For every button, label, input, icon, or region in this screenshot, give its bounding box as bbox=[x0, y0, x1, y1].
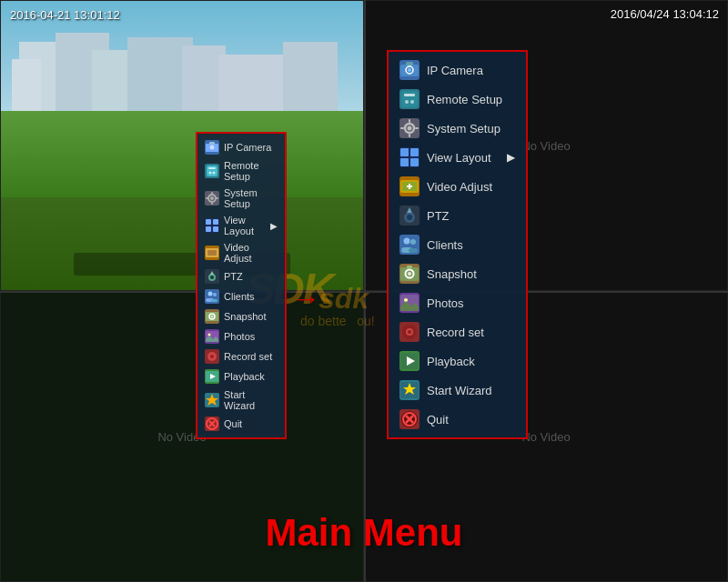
svg-rect-49 bbox=[409, 134, 410, 137]
record-set-icon bbox=[205, 349, 219, 364]
svg-rect-69 bbox=[407, 266, 412, 268]
small-menu-item-record-set[interactable]: Record set bbox=[197, 346, 285, 366]
snapshot-icon-large bbox=[399, 264, 420, 284]
large-menu-item-remote-setup[interactable]: Remote Setup bbox=[389, 85, 526, 114]
svg-point-68 bbox=[408, 272, 411, 276]
main-menu-label: Main Menu bbox=[266, 511, 463, 555]
svg-rect-14 bbox=[213, 219, 218, 225]
small-menu-item-photos[interactable]: Photos bbox=[197, 326, 285, 346]
small-menu-item-start-wizard[interactable]: Start Wizard bbox=[197, 386, 285, 414]
small-menu-item-snapshot[interactable]: Snapshot bbox=[197, 306, 285, 326]
small-menu-label: Photos bbox=[224, 331, 255, 342]
svg-rect-65 bbox=[409, 248, 418, 253]
remote-icon-large bbox=[399, 89, 420, 109]
camera-icon-large bbox=[399, 60, 420, 80]
svg-point-5 bbox=[209, 172, 212, 175]
system-icon-large bbox=[399, 118, 420, 138]
quit-icon-large bbox=[399, 409, 420, 429]
video-panel-top-left: 2016-04-21 13:01:12 bbox=[0, 0, 364, 291]
svg-rect-18 bbox=[207, 250, 217, 256]
record-set-icon-large bbox=[399, 322, 420, 342]
small-menu-item-remote-setup[interactable]: Remote Setup bbox=[197, 157, 285, 185]
large-menu-item-quit[interactable]: Quit bbox=[389, 405, 526, 434]
small-menu-item-clients[interactable]: Clients bbox=[197, 286, 285, 306]
large-menu-item-snapshot[interactable]: Snapshot bbox=[389, 259, 526, 288]
sdk-watermark2: sdk bbox=[318, 282, 369, 316]
svg-rect-42 bbox=[401, 91, 418, 107]
svg-point-62 bbox=[404, 238, 410, 245]
small-menu-item-ptz[interactable]: PTZ bbox=[197, 266, 285, 286]
large-menu-label: View Layout bbox=[427, 151, 491, 165]
svg-point-40 bbox=[408, 68, 411, 72]
small-menu-label: Record set bbox=[224, 351, 272, 362]
submenu-arrow-small: ▶ bbox=[270, 221, 278, 231]
wizard-icon bbox=[205, 393, 219, 407]
large-menu-item-ip-camera[interactable]: IP Camera bbox=[389, 55, 526, 85]
svg-marker-34 bbox=[206, 394, 218, 406]
small-menu-item-video-adjust[interactable]: Video Adjust bbox=[197, 239, 285, 266]
small-menu-label: Quit bbox=[224, 418, 242, 429]
small-menu-label: Remote Setup bbox=[224, 160, 278, 182]
large-menu-item-video-adjust[interactable]: Video Adjust bbox=[389, 172, 526, 201]
svg-rect-12 bbox=[216, 197, 218, 199]
large-menu-label: Quit bbox=[427, 413, 449, 426]
small-menu-label: Video Adjust bbox=[224, 242, 278, 264]
large-menu-label: PTZ bbox=[427, 209, 450, 223]
svg-rect-24 bbox=[211, 299, 217, 302]
svg-rect-3 bbox=[207, 166, 217, 176]
large-menu-label: IP Camera bbox=[427, 64, 483, 77]
large-menu-label: Photos bbox=[427, 296, 463, 310]
svg-rect-48 bbox=[409, 119, 410, 123]
svg-rect-51 bbox=[415, 127, 419, 129]
small-menu-label: Playback bbox=[224, 371, 265, 382]
svg-point-47 bbox=[408, 126, 412, 131]
large-menu-item-clients[interactable]: Clients bbox=[389, 230, 526, 259]
svg-rect-43 bbox=[404, 94, 415, 96]
large-menu-label: Remote Setup bbox=[427, 93, 502, 106]
svg-point-31 bbox=[210, 355, 214, 358]
sdk-sub: do bette ou! bbox=[300, 314, 375, 328]
layout-icon bbox=[205, 218, 219, 233]
small-menu-label: Snapshot bbox=[224, 311, 266, 322]
large-menu-item-system-setup[interactable]: System Setup bbox=[389, 114, 526, 143]
svg-rect-13 bbox=[206, 219, 211, 225]
large-menu-item-photos[interactable]: Photos bbox=[389, 288, 526, 317]
svg-point-74 bbox=[408, 330, 411, 334]
svg-rect-52 bbox=[400, 148, 409, 156]
small-menu-label: Start Wizard bbox=[224, 389, 278, 411]
svg-rect-9 bbox=[211, 192, 213, 195]
large-menu-item-start-wizard[interactable]: Start Wizard bbox=[389, 376, 526, 405]
small-menu-item-system-setup[interactable]: System Setup bbox=[197, 185, 285, 212]
small-menu-item-ip-camera[interactable]: IP Camera bbox=[197, 137, 285, 157]
large-menu-item-ptz[interactable]: PTZ bbox=[389, 201, 526, 230]
svg-point-8 bbox=[210, 196, 214, 200]
small-menu-item-view-layout[interactable]: View Layout ▶ bbox=[197, 212, 285, 239]
menu-arrow: → bbox=[291, 282, 320, 316]
system-icon bbox=[205, 191, 219, 206]
svg-point-6 bbox=[213, 172, 216, 175]
small-menu-item-playback[interactable]: Playback bbox=[197, 366, 285, 386]
large-context-menu: IP Camera Remote Setup System Setup View… bbox=[387, 50, 528, 439]
small-menu-label: System Setup bbox=[224, 187, 278, 209]
small-menu-label: View Layout bbox=[224, 215, 266, 236]
remote-icon bbox=[205, 164, 219, 178]
small-menu-label: Clients bbox=[224, 291, 255, 302]
svg-point-20 bbox=[210, 276, 214, 279]
svg-point-45 bbox=[410, 100, 414, 104]
layout-icon-large bbox=[399, 147, 420, 167]
svg-point-61 bbox=[407, 215, 412, 220]
large-menu-item-playback[interactable]: Playback bbox=[389, 346, 526, 376]
svg-rect-11 bbox=[206, 197, 208, 199]
large-menu-label: Playback bbox=[427, 355, 475, 368]
camera-icon bbox=[205, 140, 219, 155]
large-menu-item-view-layout[interactable]: View Layout ▶ bbox=[389, 143, 526, 172]
svg-point-63 bbox=[410, 239, 416, 245]
clients-icon-large bbox=[399, 235, 420, 255]
large-menu-item-record-set[interactable]: Record set bbox=[389, 317, 526, 346]
svg-rect-2 bbox=[209, 142, 215, 145]
no-video-label-br: No Video bbox=[521, 430, 570, 444]
small-menu-item-quit[interactable]: Quit bbox=[197, 414, 285, 434]
large-menu-label: Clients bbox=[427, 238, 463, 252]
large-menu-label: Video Adjust bbox=[427, 180, 492, 194]
ptz-icon bbox=[205, 269, 219, 284]
